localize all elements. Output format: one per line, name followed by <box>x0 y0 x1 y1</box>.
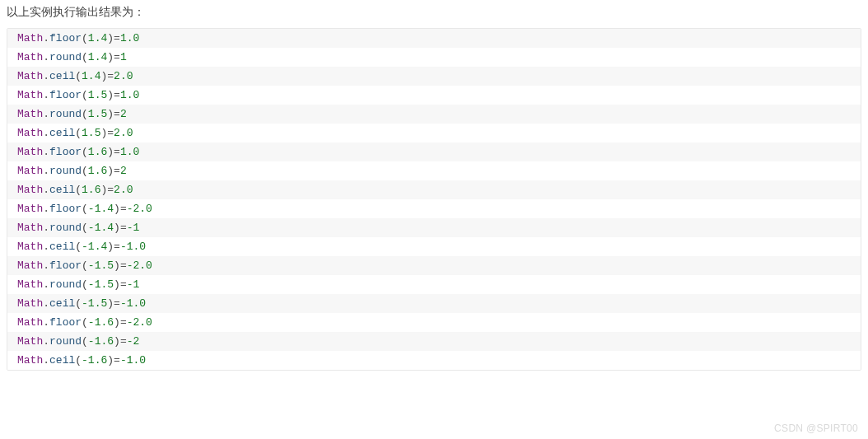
result-token: -1 <box>127 222 140 234</box>
code-output-line: Math.floor(1.4)=1.0 <box>7 29 861 48</box>
dot-token: . <box>43 222 49 234</box>
math-object-token: Math <box>17 89 43 101</box>
function-token: ceil <box>49 241 75 253</box>
paren-close-token: ) <box>107 146 114 158</box>
code-output-line: Math.round(-1.4)=-1 <box>7 218 861 237</box>
code-output-line: Math.floor(1.6)=1.0 <box>7 142 861 161</box>
paren-close-token: ) <box>107 108 114 120</box>
argument-token: 1.6 <box>88 146 107 158</box>
code-output-line: Math.ceil(-1.6)=-1.0 <box>7 351 861 370</box>
paren-open-token: ( <box>82 335 88 348</box>
paren-open-token: ( <box>82 222 88 234</box>
math-object-token: Math <box>17 278 43 291</box>
dot-token: . <box>43 259 49 272</box>
argument-token: -1.4 <box>88 222 114 234</box>
function-token: floor <box>49 32 82 44</box>
function-token: round <box>49 278 82 291</box>
math-object-token: Math <box>17 222 43 234</box>
math-object-token: Math <box>17 203 43 215</box>
result-token: -1.0 <box>120 297 146 310</box>
argument-token: -1.6 <box>82 354 107 367</box>
paren-close-token: ) <box>107 241 114 253</box>
equals-token: = <box>114 297 120 310</box>
equals-token: = <box>107 184 114 196</box>
paren-open-token: ( <box>75 184 82 196</box>
result-token: -2.0 <box>127 259 152 272</box>
argument-token: 1.4 <box>88 51 107 63</box>
code-output-line: Math.round(-1.6)=-2 <box>7 332 861 351</box>
argument-token: -1.6 <box>88 316 114 329</box>
equals-token: = <box>114 51 120 63</box>
dot-token: . <box>43 70 49 82</box>
math-object-token: Math <box>17 165 43 177</box>
function-token: round <box>49 51 82 63</box>
argument-token: -1.6 <box>88 335 114 348</box>
function-token: ceil <box>49 354 75 367</box>
intro-text: 以上实例执行输出结果为： <box>0 0 868 28</box>
function-token: floor <box>49 89 82 101</box>
math-object-token: Math <box>17 354 43 367</box>
math-object-token: Math <box>17 316 43 329</box>
equals-token: = <box>114 89 120 101</box>
dot-token: . <box>43 335 49 348</box>
equals-token: = <box>114 165 120 177</box>
dot-token: . <box>43 316 49 329</box>
equals-token: = <box>107 127 114 139</box>
function-token: floor <box>49 203 82 215</box>
math-object-token: Math <box>17 259 43 272</box>
code-output-line: Math.round(1.4)=1 <box>7 48 861 67</box>
dot-token: . <box>43 203 49 215</box>
result-token: 2 <box>120 165 127 177</box>
code-output-line: Math.round(1.5)=2 <box>7 105 861 124</box>
paren-open-token: ( <box>75 297 82 310</box>
paren-open-token: ( <box>82 316 88 329</box>
math-object-token: Math <box>17 70 43 82</box>
paren-open-token: ( <box>82 32 88 44</box>
math-object-token: Math <box>17 51 43 63</box>
code-output-line: Math.ceil(1.5)=2.0 <box>7 124 861 142</box>
result-token: 2 <box>120 108 127 120</box>
paren-close-token: ) <box>114 259 120 272</box>
result-token: -1.0 <box>120 354 146 367</box>
math-object-token: Math <box>17 146 43 158</box>
argument-token: -1.5 <box>82 297 107 310</box>
equals-token: = <box>120 222 127 234</box>
function-token: floor <box>49 259 82 272</box>
code-output-line: Math.ceil(1.6)=2.0 <box>7 180 861 199</box>
argument-token: -1.4 <box>88 203 114 215</box>
paren-close-token: ) <box>114 222 120 234</box>
function-token: ceil <box>49 297 75 310</box>
dot-token: . <box>43 127 49 139</box>
code-output-block: Math.floor(1.4)=1.0Math.round(1.4)=1Math… <box>7 28 861 371</box>
dot-token: . <box>43 184 49 196</box>
function-token: floor <box>49 146 82 158</box>
watermark: CSDN @SPIRT00 <box>774 423 858 434</box>
math-object-token: Math <box>17 32 43 44</box>
dot-token: . <box>43 32 49 44</box>
result-token: 1 <box>120 51 127 63</box>
code-output-line: Math.round(1.6)=2 <box>7 161 861 180</box>
math-object-token: Math <box>17 184 43 196</box>
function-token: ceil <box>49 127 75 139</box>
paren-open-token: ( <box>82 203 88 215</box>
math-object-token: Math <box>17 335 43 348</box>
function-token: round <box>49 222 82 234</box>
paren-open-token: ( <box>82 89 88 101</box>
equals-token: = <box>114 146 120 158</box>
dot-token: . <box>43 241 49 253</box>
paren-close-token: ) <box>114 203 120 215</box>
argument-token: 1.4 <box>88 32 107 44</box>
paren-open-token: ( <box>82 278 88 291</box>
function-token: ceil <box>49 184 75 196</box>
paren-open-token: ( <box>82 51 88 63</box>
result-token: 2.0 <box>114 184 133 196</box>
dot-token: . <box>43 278 49 291</box>
paren-close-token: ) <box>107 354 114 367</box>
argument-token: 1.5 <box>82 127 100 139</box>
argument-token: 1.6 <box>88 165 107 177</box>
result-token: 1.0 <box>120 89 139 101</box>
paren-open-token: ( <box>82 259 88 272</box>
argument-token: 1.5 <box>88 108 107 120</box>
paren-close-token: ) <box>107 32 114 44</box>
math-object-token: Math <box>17 241 43 253</box>
